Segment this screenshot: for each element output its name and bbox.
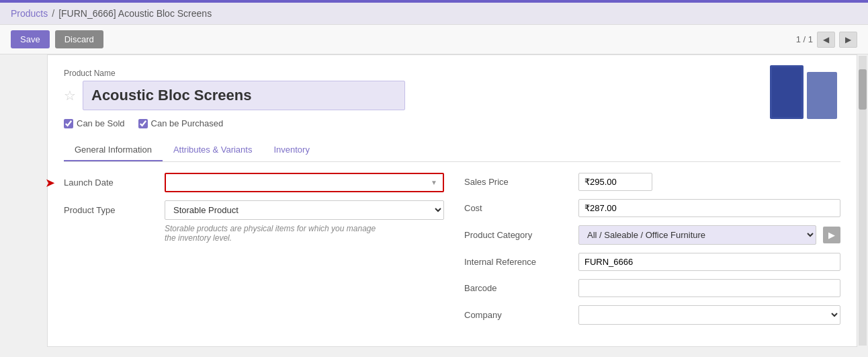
product-type-row: Product Type Storable Product Consumable… — [64, 200, 444, 220]
product-image-area — [767, 62, 840, 126]
tab-general-information[interactable]: General Information — [64, 139, 163, 161]
next-page-button[interactable]: ▶ — [839, 32, 857, 48]
launch-date-dropdown-icon: ▼ — [431, 179, 443, 186]
product-type-label: Product Type — [64, 205, 158, 215]
company-select[interactable] — [578, 305, 840, 325]
internal-reference-label: Internal Reference — [464, 257, 572, 267]
checkboxes-row: Can be Sold Can be Purchased — [64, 118, 840, 128]
star-icon[interactable]: ☆ — [64, 87, 76, 104]
barcode-label: Barcode — [464, 283, 572, 293]
left-fields: ➤ Launch Date ▼ Product Type Storable Pr… — [64, 173, 444, 333]
pagination-area: 1 / 1 ◀ ▶ — [796, 32, 857, 48]
tab-attributes-variants[interactable]: Attributes & Variants — [163, 139, 263, 161]
pagination-text: 1 / 1 — [796, 34, 813, 44]
breadcrumb-current: [FURN_6666] Acoustic Bloc Screens — [58, 8, 212, 19]
launch-date-row: ➤ Launch Date ▼ — [64, 173, 444, 192]
breadcrumb-bar: Products / [FURN_6666] Acoustic Bloc Scr… — [0, 3, 868, 25]
scrollbar-thumb[interactable] — [859, 69, 867, 110]
storable-description: Storable products are physical items for… — [165, 224, 386, 243]
company-row: Company — [464, 305, 840, 325]
discard-button[interactable]: Discard — [55, 30, 103, 48]
save-button[interactable]: Save — [11, 30, 50, 48]
tabs-bar: General Information Attributes & Variant… — [64, 139, 840, 162]
toolbar: Save Discard 1 / 1 ◀ ▶ — [0, 25, 868, 54]
form-card: Product Name ☆ Can be Sold Can be Purcha… — [47, 54, 857, 347]
can-be-sold-item: Can be Sold — [64, 118, 125, 128]
product-category-label: Product Category — [464, 230, 572, 240]
can-be-purchased-checkbox[interactable] — [138, 119, 148, 128]
prev-page-button[interactable]: ◀ — [817, 32, 835, 48]
red-arrow-indicator: ➤ — [45, 175, 55, 190]
breadcrumb-products-link[interactable]: Products — [11, 8, 48, 19]
sales-price-label: Sales Price — [464, 177, 572, 187]
can-be-purchased-label: Can be Purchased — [151, 118, 224, 128]
right-fields: Sales Price Cost Product Category All / … — [464, 173, 840, 333]
can-be-sold-checkbox[interactable] — [64, 119, 73, 128]
barcode-input[interactable] — [578, 279, 840, 297]
page-body: Product Name ☆ Can be Sold Can be Purcha… — [0, 54, 868, 347]
barcode-row: Barcode — [464, 279, 840, 297]
product-category-row: Product Category All / Saleable / Office… — [464, 225, 840, 245]
scrollbar-track[interactable] — [859, 56, 867, 346]
scrollbar-area — [857, 54, 868, 347]
cost-label: Cost — [464, 203, 572, 213]
svg-rect-2 — [772, 67, 801, 117]
internal-reference-row: Internal Reference — [464, 253, 840, 271]
launch-date-label: Launch Date — [64, 177, 158, 188]
tab-content: ➤ Launch Date ▼ Product Type Storable Pr… — [64, 173, 840, 333]
sales-price-input[interactable] — [578, 173, 652, 191]
product-name-row: ☆ — [64, 81, 840, 110]
category-action-button[interactable]: ▶ — [823, 227, 840, 243]
tab-inventory[interactable]: Inventory — [263, 139, 320, 161]
cost-row: Cost — [464, 199, 840, 217]
product-category-select[interactable]: All / Saleable / Office Furniture — [578, 225, 816, 245]
company-label: Company — [464, 310, 572, 320]
left-sidebar — [0, 54, 47, 347]
svg-rect-1 — [807, 72, 837, 119]
launch-date-input[interactable] — [166, 174, 431, 191]
product-type-select[interactable]: Storable Product Consumable Service — [165, 200, 444, 220]
product-name-input[interactable] — [83, 81, 405, 110]
product-image-svg — [767, 62, 840, 126]
toolbar-left: Save Discard — [11, 30, 103, 48]
internal-reference-input[interactable] — [578, 253, 840, 271]
product-name-label: Product Name — [64, 69, 840, 78]
launch-date-input-wrapper: ▼ — [165, 173, 444, 192]
can-be-sold-label: Can be Sold — [77, 118, 125, 128]
cost-input[interactable] — [578, 199, 840, 217]
breadcrumb-separator: / — [52, 8, 54, 19]
sales-price-row: Sales Price — [464, 173, 840, 191]
can-be-purchased-item: Can be Purchased — [138, 118, 224, 128]
